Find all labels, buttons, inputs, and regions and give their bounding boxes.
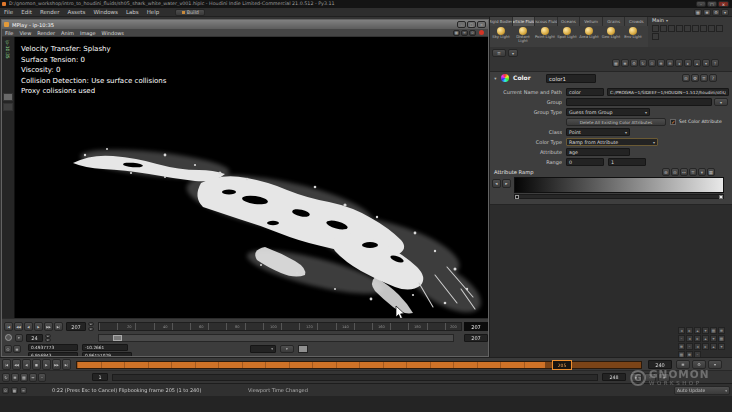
mplay-loop-mode-button[interactable] bbox=[5, 334, 12, 341]
asset-name-field[interactable]: color bbox=[566, 88, 604, 96]
param-menu-icon[interactable]: ≡ bbox=[700, 74, 708, 82]
layout-dot-icon[interactable]: ◦ bbox=[686, 343, 693, 350]
ramp-marker-left[interactable] bbox=[515, 195, 519, 199]
toolbar-grid-icon[interactable]: ▦ bbox=[612, 59, 620, 67]
param-collapse-icon[interactable]: ▾ bbox=[492, 75, 499, 82]
layout-left-icon[interactable]: ◂ bbox=[678, 327, 685, 334]
inspect-display-dropdown[interactable]: ▾ bbox=[250, 345, 276, 353]
mplay-view-icon[interactable]: ▦ bbox=[453, 30, 460, 36]
mplay-current-frame-field[interactable]: 207 bbox=[66, 322, 86, 331]
playbar-options-icon[interactable]: ▾ bbox=[708, 360, 722, 369]
playbar-end-frame-field[interactable]: 240 bbox=[648, 360, 672, 369]
menu-help[interactable]: Help bbox=[143, 9, 164, 15]
layout-up-icon[interactable]: ▴ bbox=[710, 343, 717, 350]
range-menu-icon[interactable]: ≡ bbox=[11, 373, 19, 382]
group-select-icon[interactable]: ▾ bbox=[714, 98, 728, 106]
mplay-menu-windows[interactable]: Windows bbox=[99, 30, 127, 36]
class-dropdown[interactable]: Point ▾ bbox=[566, 128, 630, 136]
mplay-titlebar[interactable]: MPlay - ip-10:35 – □ × bbox=[2, 20, 488, 29]
layout-preset-icon-4[interactable]: ▾ bbox=[721, 9, 729, 16]
layout-down-icon[interactable]: ▾ bbox=[718, 343, 725, 350]
desktop-slot-icon[interactable] bbox=[652, 33, 659, 40]
delete-color-attrs-button[interactable]: Delete All Existing Color Attributes bbox=[566, 118, 666, 126]
playbar-stop-button[interactable]: ■ bbox=[32, 359, 41, 370]
ramp-marker-right[interactable] bbox=[719, 195, 723, 199]
menu-assets[interactable]: Assets bbox=[63, 9, 89, 15]
shelf-tab-particle-fluids[interactable]: Particle Fluids bbox=[513, 17, 536, 26]
toolbar-target-icon[interactable]: ⊙ bbox=[648, 59, 656, 67]
range-options-icon[interactable]: ▾ bbox=[630, 373, 642, 382]
mplay-frame-down-icon[interactable]: ▾ bbox=[88, 327, 94, 331]
desktop-slot-icon[interactable] bbox=[708, 25, 715, 32]
ramp-spread-icon[interactable]: ↔ bbox=[680, 168, 688, 176]
playbar-next-key-button[interactable]: ▶▶ bbox=[52, 359, 61, 370]
mplay-range-slider[interactable] bbox=[98, 334, 454, 342]
mplay-next-frame-button[interactable]: ▶▶ bbox=[44, 322, 53, 331]
layout-dot-icon[interactable]: ◦ bbox=[678, 335, 685, 342]
mplay-split-icon[interactable]: ≡ bbox=[461, 30, 468, 36]
range-menu2-icon[interactable]: ≡ bbox=[658, 373, 670, 382]
mplay-frame-up-icon[interactable]: ▴ bbox=[88, 322, 94, 326]
mplay-play-button[interactable]: ▶ bbox=[34, 322, 43, 331]
layout-preset-icon-1[interactable]: ▦ bbox=[694, 9, 702, 16]
mplay-prev-frame-button[interactable]: ◀◀ bbox=[14, 322, 23, 331]
attribute-field[interactable]: age bbox=[566, 148, 630, 156]
sequence-thumbnail[interactable] bbox=[3, 103, 13, 111]
ramp-options-icon[interactable]: ▾ bbox=[698, 168, 706, 176]
menu-labs[interactable]: Labs bbox=[122, 9, 143, 15]
menu-windows[interactable]: Windows bbox=[89, 9, 122, 15]
ramp-add-icon[interactable]: ⊕ bbox=[662, 168, 670, 176]
toolbar-down-icon[interactable]: ▾ bbox=[702, 59, 710, 67]
desktop-slot-icon[interactable] bbox=[692, 25, 699, 32]
toolbar-up-icon[interactable]: ▴ bbox=[693, 59, 701, 67]
layout-down-icon[interactable]: ▾ bbox=[710, 335, 717, 342]
status-target-icon[interactable]: ⊙ bbox=[2, 387, 9, 394]
pane-menu-icon[interactable]: ≡ bbox=[492, 49, 506, 57]
set-color-checkbox[interactable]: ✓ bbox=[670, 119, 676, 125]
toolbar-loop-icon[interactable]: ↻ bbox=[639, 59, 647, 67]
range-loop-icon[interactable]: ↻ bbox=[2, 373, 10, 382]
param-node-name-field[interactable]: color1 bbox=[546, 74, 596, 83]
mplay-close-button[interactable]: × bbox=[477, 21, 486, 28]
window-minimize-button[interactable]: – bbox=[696, 1, 706, 7]
playbar-go-start-button[interactable]: |◀ bbox=[2, 359, 11, 370]
mplay-frame-ruler[interactable]: 20 40 60 80 100 120 140 160 180 200 bbox=[98, 322, 462, 331]
playbar-play-button[interactable]: ▶ bbox=[42, 359, 51, 370]
mplay-play-reverse-button[interactable]: ◀ bbox=[24, 322, 33, 331]
menu-file[interactable]: File bbox=[0, 9, 17, 15]
playbar-go-end-button[interactable]: ▶| bbox=[62, 359, 71, 370]
layout-right-icon[interactable]: ▸ bbox=[694, 335, 701, 342]
window-close-button[interactable]: × bbox=[718, 1, 729, 7]
desktop-slot-icon[interactable] bbox=[700, 25, 707, 32]
shelf-tool-area-light[interactable]: Area Light bbox=[578, 26, 600, 47]
mplay-range-slider-handle[interactable] bbox=[113, 335, 122, 341]
mplay-maximize-button[interactable]: □ bbox=[467, 21, 476, 28]
range-dot-icon[interactable]: ◦ bbox=[38, 373, 46, 382]
auto-update-dropdown[interactable]: Auto Update ▾ bbox=[674, 386, 730, 395]
shelf-tab-crowds[interactable]: Crowds bbox=[625, 17, 648, 26]
asset-path-field[interactable]: C:/PROGRA~1/SIDEEF~1/HOUDIN~1.512/houdin… bbox=[607, 88, 729, 96]
layout-grid-icon[interactable]: ▦ bbox=[718, 335, 725, 342]
shelf-tool-distant-light[interactable]: Distant Light bbox=[512, 26, 534, 47]
shelf-tool-sky-light[interactable]: Sky Light bbox=[490, 26, 512, 47]
playbar-play-reverse-button[interactable]: ◀ bbox=[22, 359, 31, 370]
range-dot2-icon[interactable]: ◦ bbox=[644, 373, 656, 382]
layout-grid-icon[interactable]: ▦ bbox=[710, 327, 717, 334]
mplay-go-start-button[interactable]: |◀ bbox=[4, 322, 13, 331]
toolbar-help-icon[interactable]: ? bbox=[711, 59, 719, 67]
shelf-tab-grains[interactable]: Grains bbox=[603, 17, 626, 26]
status-menu-icon[interactable]: ≡ bbox=[20, 387, 27, 394]
mplay-menu-view[interactable]: View bbox=[16, 30, 34, 36]
param-gear-icon[interactable]: ⚙ bbox=[691, 74, 699, 82]
desktop-label[interactable]: Main bbox=[652, 17, 664, 23]
build-desktop-button[interactable]: Build bbox=[175, 9, 205, 16]
mplay-menu-anim[interactable]: Anim bbox=[58, 30, 77, 36]
playbar-prev-key-button[interactable]: ◀◀ bbox=[12, 359, 21, 370]
desktop-slot-icon[interactable] bbox=[652, 25, 659, 32]
color-type-dropdown[interactable]: Ramp from Attribute ▾ bbox=[566, 138, 658, 146]
toolbar-gear-icon[interactable]: ⚙ bbox=[630, 59, 638, 67]
shelf-tool-point-light[interactable]: Point Light bbox=[534, 26, 556, 47]
layout-right-icon[interactable]: ▸ bbox=[686, 327, 693, 334]
layout-down-icon[interactable]: ▾ bbox=[702, 327, 709, 334]
shelf-tool-geo-light[interactable]: Geo Light bbox=[600, 26, 622, 47]
